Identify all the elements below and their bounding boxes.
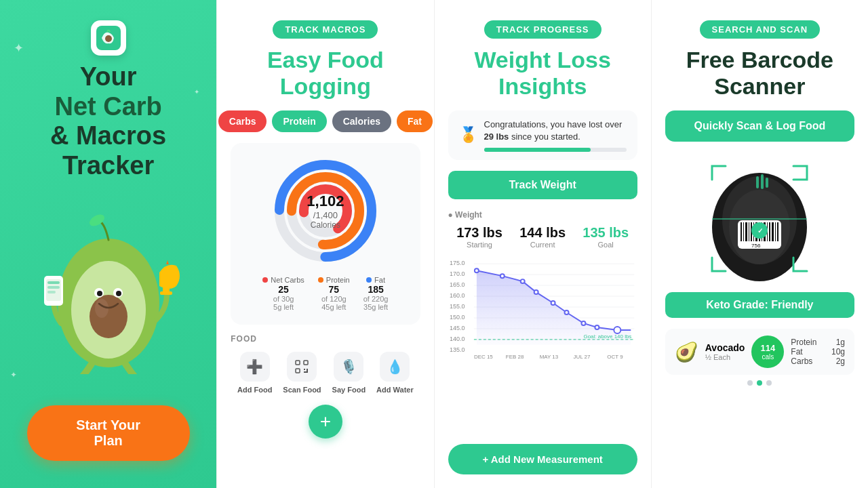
weight-chart: 175.0 170.0 165.0 160.0 155.0 150.0 145.…: [448, 257, 637, 436]
carbs-val: 2g: [836, 357, 845, 366]
weight-lbl-goal: Goal: [583, 241, 629, 249]
deco-star: ✦: [14, 41, 24, 56]
deco-star3: ✦: [10, 370, 17, 380]
svg-point-1: [105, 35, 112, 42]
scan-log-button[interactable]: Quickly Scan & Log Food: [665, 110, 854, 142]
svg-rect-31: [304, 371, 308, 373]
food-emoji: 🥑: [675, 341, 698, 363]
page-indicator: [747, 380, 772, 386]
app-logo: [91, 20, 126, 56]
svg-point-4: [90, 295, 127, 338]
svg-rect-73: [749, 222, 749, 241]
svg-point-52: [474, 268, 478, 272]
svg-rect-83: [775, 222, 776, 241]
weight-lbl-starting: Starting: [456, 241, 502, 249]
svg-text:DEC 15: DEC 15: [473, 353, 492, 359]
svg-rect-82: [772, 222, 774, 241]
svg-text:145.0: 145.0: [449, 324, 464, 331]
protein-label: Protein: [791, 338, 816, 347]
svg-point-60: [614, 327, 620, 333]
svg-text:175.0: 175.0: [449, 260, 464, 266]
weight-val-starting: 173 lbs: [456, 225, 502, 241]
svg-point-53: [500, 274, 504, 278]
panel-barcode-scanner: SEARCH AND SCAN Free Barcode Scanner Qui…: [652, 0, 868, 488]
macro-tabs: Carbs Protein Calories Fat: [231, 110, 420, 132]
svg-point-54: [520, 279, 524, 283]
svg-point-8: [97, 291, 102, 296]
deco-star2: ✦: [194, 88, 199, 96]
congrats-text: Congratulations, you have lost over 29 l…: [484, 119, 627, 151]
svg-rect-70: [741, 222, 742, 241]
svg-rect-29: [296, 369, 300, 373]
svg-text:MAY 13: MAY 13: [539, 353, 558, 359]
fat-label: Fat: [791, 347, 802, 357]
calories-donut-card: 1,102 /1,400 Calories Net Carbs 25 of 30…: [231, 143, 420, 325]
protein-val: 1g: [836, 338, 845, 347]
svg-rect-28: [304, 361, 308, 365]
fab-button[interactable]: +: [309, 405, 342, 439]
congrats-progress-bar: [484, 148, 627, 152]
panel-intro: ✦ ✦ ✦ Your Net Carb & Macros Tracker: [0, 0, 216, 488]
svg-rect-89: [756, 176, 759, 188]
hero-title: Your Net Carb & Macros Tracker: [50, 62, 166, 181]
tab-protein[interactable]: Protein: [272, 110, 326, 132]
svg-rect-72: [745, 222, 747, 241]
weight-starting: 173 lbs Starting: [456, 225, 502, 249]
add-water-label: Add Water: [376, 386, 414, 394]
barcode-scanner-title: Free Barcode Scanner: [686, 47, 833, 100]
scan-food-action[interactable]: Scan Food: [283, 352, 321, 394]
food-serving: ½ Each: [705, 353, 745, 361]
svg-point-57: [564, 310, 568, 314]
tab-calories[interactable]: Calories: [332, 110, 391, 132]
calories-unit: cals: [762, 353, 774, 361]
avocado-scan-illustration: 756 ✓: [692, 152, 827, 281]
donut-chart: 1,102 /1,400 Calories: [271, 157, 380, 265]
say-food-action[interactable]: 🎙️ Say Food: [332, 352, 366, 394]
track-weight-button[interactable]: Track Weight: [448, 171, 637, 199]
svg-text:140.0: 140.0: [449, 335, 464, 342]
svg-rect-90: [761, 174, 764, 189]
svg-rect-27: [296, 361, 300, 365]
add-food-action[interactable]: ➕ Add Food: [237, 352, 272, 394]
search-scan-tag: SEARCH AND SCAN: [700, 20, 821, 39]
tab-carbs[interactable]: Carbs: [218, 110, 267, 132]
tab-fat[interactable]: Fat: [397, 110, 433, 132]
food-name: Avocado: [705, 342, 745, 353]
svg-text:JUL 27: JUL 27: [573, 353, 591, 359]
svg-text:FEB 28: FEB 28: [505, 353, 524, 359]
svg-rect-81: [769, 222, 770, 241]
food-logging-title: Easy Food Logging: [267, 47, 384, 100]
svg-rect-11: [163, 286, 170, 291]
add-food-icon: ➕: [240, 352, 270, 382]
dot-1: [747, 380, 753, 386]
scan-food-icon: [287, 352, 317, 382]
calories-badge: 114 cals: [751, 336, 784, 368]
svg-rect-91: [766, 178, 768, 188]
svg-point-59: [595, 325, 599, 329]
svg-text:165.0: 165.0: [449, 281, 464, 288]
svg-text:170.0: 170.0: [449, 270, 464, 277]
avocado-scan-svg: 756 ✓: [692, 152, 827, 281]
carbs-label: Carbs: [791, 357, 812, 366]
add-measurement-button[interactable]: + Add New Measurement: [448, 444, 637, 474]
start-plan-button[interactable]: Start Your Plan: [27, 405, 190, 461]
add-water-icon: 💧: [380, 352, 410, 382]
svg-rect-16: [47, 281, 60, 284]
weight-stats: 173 lbs Starting 144 lbs Current 135 lbs…: [448, 225, 637, 249]
svg-text:OCT 9: OCT 9: [607, 353, 623, 359]
keto-grade-badge: Keto Grade: Friendly: [665, 292, 854, 318]
svg-point-58: [581, 321, 585, 325]
svg-rect-84: [777, 222, 778, 241]
congrats-emoji: 🏅: [459, 125, 477, 146]
macro-netcarbs: Net Carbs 25 of 30g 5g left: [262, 276, 304, 311]
weight-lbl-current: Current: [519, 241, 566, 249]
food-section-label: FOOD: [231, 334, 420, 344]
add-water-action[interactable]: 💧 Add Water: [376, 352, 414, 394]
weight-current: 144 lbs Current: [519, 225, 566, 249]
svg-rect-12: [160, 291, 172, 295]
svg-text:150.0: 150.0: [449, 314, 464, 321]
svg-text:756: 756: [751, 243, 761, 249]
panel-weight-loss: TRACK PROGRESS Weight Loss Insights 🏅 Co…: [435, 0, 652, 488]
food-section: FOOD ➕ Add Food Scan Food 🎙️ Say Food 💧 …: [231, 334, 420, 439]
macro-protein: Protein 75 of 120g 45g left: [318, 276, 350, 311]
